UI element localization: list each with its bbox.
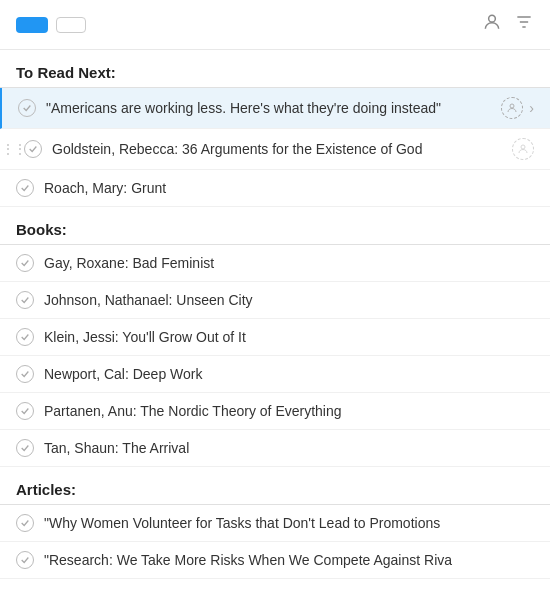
task-item[interactable]: Roach, Mary: Grunt [0, 170, 550, 207]
svg-point-0 [489, 15, 496, 22]
toolbar [0, 0, 550, 50]
task-checkbox[interactable] [16, 551, 34, 569]
task-item[interactable]: Gay, Roxane: Bad Feminist [0, 245, 550, 282]
section-header-to-read-next: To Read Next: [0, 50, 550, 88]
task-text: Roach, Mary: Grunt [44, 180, 534, 196]
task-text: Klein, Jessi: You'll Grow Out of It [44, 329, 534, 345]
task-text: Partanen, Anu: The Nordic Theory of Ever… [44, 403, 534, 419]
task-text: "Why Women Volunteer for Tasks that Don'… [44, 515, 534, 531]
task-text: "Research: We Take More Risks When We Co… [44, 552, 534, 568]
task-item[interactable]: ⋮⋮Goldstein, Rebecca: 36 Arguments for t… [0, 129, 550, 170]
task-text: Goldstein, Rebecca: 36 Arguments for the… [52, 141, 504, 157]
svg-point-4 [510, 104, 514, 108]
task-list-to-read-next: "Americans are working less. Here's what… [0, 88, 550, 207]
filter-icon[interactable] [514, 12, 534, 37]
add-task-button[interactable] [16, 17, 48, 33]
task-item[interactable]: "Americans are working less. Here's what… [0, 88, 550, 129]
task-checkbox[interactable] [16, 439, 34, 457]
task-item[interactable]: Klein, Jessi: You'll Grow Out of It [0, 319, 550, 356]
task-checkbox[interactable] [16, 179, 34, 197]
task-list-books: Gay, Roxane: Bad FeministJohnson, Nathan… [0, 245, 550, 467]
content: To Read Next:"Americans are working less… [0, 50, 550, 579]
section-header-articles: Articles: [0, 467, 550, 505]
task-text: Newport, Cal: Deep Work [44, 366, 534, 382]
task-checkbox[interactable] [16, 328, 34, 346]
task-checkbox[interactable] [24, 140, 42, 158]
task-text: "Americans are working less. Here's what… [46, 100, 493, 116]
task-checkbox[interactable] [16, 514, 34, 532]
section-header-books: Books: [0, 207, 550, 245]
task-checkbox[interactable] [16, 402, 34, 420]
toolbar-right [482, 12, 534, 37]
chevron-right-icon[interactable]: › [529, 100, 534, 116]
task-actions [512, 138, 534, 160]
task-item[interactable]: Tan, Shaun: The Arrival [0, 430, 550, 467]
task-text: Tan, Shaun: The Arrival [44, 440, 534, 456]
assign-avatar[interactable] [501, 97, 523, 119]
drag-handle-icon[interactable]: ⋮⋮ [2, 142, 26, 156]
assign-avatar[interactable] [512, 138, 534, 160]
task-actions: › [501, 97, 534, 119]
task-item[interactable]: Partanen, Anu: The Nordic Theory of Ever… [0, 393, 550, 430]
task-checkbox[interactable] [16, 365, 34, 383]
task-text: Gay, Roxane: Bad Feminist [44, 255, 534, 271]
task-item[interactable]: "Why Women Volunteer for Tasks that Don'… [0, 505, 550, 542]
task-item[interactable]: "Research: We Take More Risks When We Co… [0, 542, 550, 579]
person-icon[interactable] [482, 12, 502, 37]
task-list-articles: "Why Women Volunteer for Tasks that Don'… [0, 505, 550, 579]
add-section-button[interactable] [56, 17, 86, 33]
task-checkbox[interactable] [16, 291, 34, 309]
task-item[interactable]: Johnson, Nathanael: Unseen City [0, 282, 550, 319]
svg-point-5 [521, 145, 525, 149]
task-checkbox[interactable] [18, 99, 36, 117]
task-text: Johnson, Nathanael: Unseen City [44, 292, 534, 308]
task-checkbox[interactable] [16, 254, 34, 272]
task-item[interactable]: Newport, Cal: Deep Work [0, 356, 550, 393]
